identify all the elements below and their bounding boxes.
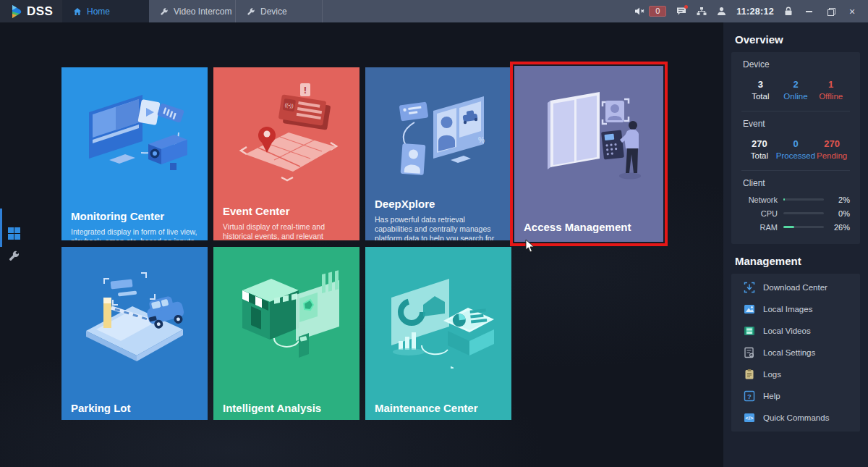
apps-grid-icon[interactable] <box>8 227 20 240</box>
access-management-highlight-border: Access Management <box>510 62 668 246</box>
management-card: Download Center Local Images Local Video… <box>731 274 860 432</box>
tile-description: Has powerful data retrieval capabilities… <box>375 215 503 240</box>
tile-intelligent-analysis[interactable]: Intelligent Analysis <box>213 247 359 420</box>
rail-scroll-indicator <box>0 209 2 247</box>
tile-event-center[interactable]: ((•)) ! Event Center Virtual display of … <box>213 67 359 240</box>
stat-value: 2 <box>778 79 814 90</box>
question-icon: ? <box>744 390 755 402</box>
wrench-icon <box>247 7 255 16</box>
titlebar: DSS Home Video Intercom Device <box>0 0 868 22</box>
meter-value: 0% <box>830 209 850 218</box>
stat-value: 270 <box>743 138 776 149</box>
svg-text:</>: </> <box>746 415 754 421</box>
home-main-area: Monitoring Center Integrated display in … <box>0 22 723 467</box>
network-meter: Network 2% <box>741 193 850 206</box>
meter-label: CPU <box>741 209 778 218</box>
tab-home[interactable]: Home <box>62 0 149 22</box>
tools-wrench-icon[interactable] <box>8 250 20 265</box>
event-label: Event <box>743 119 848 129</box>
menu-item-local-settings[interactable]: Local Settings <box>731 342 860 363</box>
clipboard-icon <box>744 369 755 380</box>
menu-item-logs[interactable]: Logs <box>731 363 860 385</box>
client-section: Client <box>731 171 860 188</box>
meter-track <box>783 198 824 201</box>
minimize-button[interactable] <box>803 11 814 12</box>
parking-lot-illustration <box>77 260 193 369</box>
tile-access-management[interactable]: Access Management <box>514 66 663 242</box>
tile-title: Maintenance Center <box>375 402 504 414</box>
menu-item-label: Logs <box>763 370 781 379</box>
stat-label: Pending <box>815 151 848 160</box>
client-label: Client <box>743 178 848 188</box>
menu-item-label: Local Settings <box>763 348 815 357</box>
tile-maintenance-center[interactable]: Maintenance Center <box>365 247 511 420</box>
event-processed-stat: 0 Processed <box>776 138 815 160</box>
menu-item-label: Local Images <box>763 305 812 314</box>
tile-title: Access Management <box>524 221 656 233</box>
titlebar-spacer <box>323 0 634 22</box>
clock: 11:28:12 <box>736 7 774 17</box>
stat-value: 1 <box>813 79 848 90</box>
stat-value: 270 <box>815 138 848 149</box>
event-section: Event 270 Total 0 Processed 270 Pending <box>731 112 860 170</box>
sitemap-icon[interactable] <box>697 7 707 16</box>
wrench-icon <box>160 7 169 16</box>
tile-parking-lot[interactable]: Parking Lot <box>61 247 208 420</box>
tile-description: Virtual display of real-time and histori… <box>223 222 351 240</box>
menu-item-label: Quick Commands <box>763 413 829 422</box>
tile-deepxplore[interactable]: % DeepXplore Has powerful data retrieval… <box>365 67 511 240</box>
tab-label: Video Intercom <box>174 7 232 17</box>
home-icon <box>73 7 82 16</box>
titlebar-status-area: 0 11:28:12 × <box>634 0 868 22</box>
tile-title: Parking Lot <box>71 402 200 414</box>
device-section: Device 3 Total 2 Online 1 Offline <box>731 52 860 111</box>
menu-item-local-images[interactable]: Local Images <box>731 298 860 320</box>
menu-item-local-videos[interactable]: Local Videos <box>731 320 860 342</box>
stat-label: Online <box>778 92 814 101</box>
event-total-stat: 270 Total <box>743 138 776 160</box>
speaker-muted-icon <box>634 7 645 16</box>
dss-logo-icon <box>9 4 25 20</box>
tab-video-intercom[interactable]: Video Intercom <box>149 0 236 22</box>
lock-icon[interactable] <box>784 7 793 16</box>
meter-fill <box>783 198 785 201</box>
message-alert-icon[interactable] <box>676 7 686 16</box>
close-button[interactable]: × <box>846 6 858 17</box>
film-icon <box>744 325 755 337</box>
notification-dot <box>684 5 688 9</box>
menu-item-download-center[interactable]: Download Center <box>731 277 860 298</box>
download-icon <box>744 282 755 293</box>
image-icon <box>744 303 755 315</box>
overview-card: Device 3 Total 2 Online 1 Offline <box>731 52 860 244</box>
cpu-meter: CPU 0% <box>741 206 850 220</box>
alarm-mute-control[interactable]: 0 <box>634 6 666 17</box>
meter-value: 2% <box>830 195 850 204</box>
tile-description: Integrated display in form of live view,… <box>71 227 199 240</box>
overview-title: Overview <box>735 33 868 46</box>
device-total-stat: 3 Total <box>743 79 778 101</box>
code-icon: </> <box>744 412 755 424</box>
maintenance-center-illustration <box>381 260 497 369</box>
stat-label: Total <box>743 92 778 101</box>
menu-item-quick-commands[interactable]: </> Quick Commands <box>731 407 860 429</box>
stat-label: Total <box>743 151 776 160</box>
tile-monitoring-center[interactable]: Monitoring Center Integrated display in … <box>61 67 208 240</box>
tab-device[interactable]: Device <box>236 0 323 22</box>
restore-button[interactable] <box>825 8 836 14</box>
svg-text:!: ! <box>304 85 307 96</box>
tile-title: Intelligent Analysis <box>223 402 352 414</box>
menu-item-help[interactable]: ? Help <box>731 385 860 407</box>
intelligent-analysis-illustration <box>229 260 345 369</box>
device-label: Device <box>743 59 848 70</box>
monitoring-center-illustration <box>77 80 193 189</box>
stat-label: Processed <box>776 151 815 160</box>
device-online-stat: 2 Online <box>778 79 814 101</box>
tab-label: Device <box>260 7 287 17</box>
menu-item-label: Help <box>763 392 780 400</box>
meter-track <box>783 226 824 228</box>
user-icon[interactable] <box>717 7 726 16</box>
tile-title: Event Center <box>223 205 352 217</box>
ram-meter: RAM 26% <box>741 220 850 234</box>
device-offline-stat: 1 Offline <box>813 79 848 101</box>
event-pending-stat: 270 Pending <box>815 138 848 160</box>
